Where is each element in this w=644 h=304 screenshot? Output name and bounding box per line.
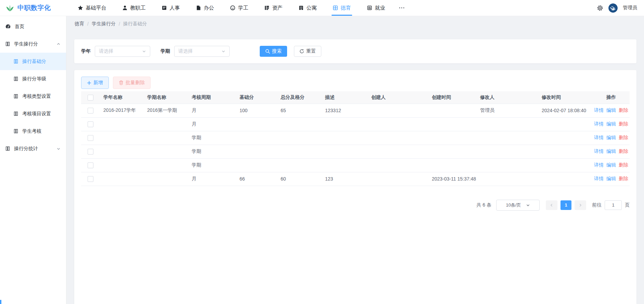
next-page-button[interactable] [575, 200, 586, 210]
trash-icon [119, 80, 124, 85]
row-action-detail[interactable]: 详情 [594, 176, 604, 181]
nav-item-3[interactable]: 人事 [154, 0, 188, 16]
nav-item-2[interactable]: 教职工 [114, 0, 154, 16]
row-checkbox[interactable] [88, 121, 93, 127]
select-all-checkbox[interactable] [88, 95, 93, 101]
row-action-delete[interactable]: 删除 [619, 121, 628, 127]
row-action-delete[interactable]: 删除 [619, 135, 628, 140]
nav-item-label: 人事 [170, 5, 180, 11]
filter-select-1[interactable]: 请选择 [95, 46, 150, 57]
row-action-edit[interactable]: 编辑 [606, 121, 616, 127]
breadcrumb-item-1[interactable]: 德育 [75, 21, 84, 27]
row-action-edit[interactable]: 编辑 [606, 135, 616, 140]
sidebar-subitem-2-4[interactable]: 考核项目设置 [0, 105, 66, 122]
table-cell: 60 [277, 172, 322, 186]
row-action-edit[interactable]: 编辑 [606, 107, 616, 113]
row-action-edit[interactable]: 编辑 [606, 162, 616, 168]
page-unit-label: 页 [625, 202, 630, 208]
sidebar-subitem-2-2[interactable]: 操行分等级 [0, 70, 66, 88]
row-action-edit[interactable]: 编辑 [606, 148, 616, 154]
table-cell: 管理员 [477, 104, 538, 117]
table-cell [144, 158, 188, 172]
ellipsis-icon [399, 5, 405, 11]
nav-item-6[interactable]: 资产 [256, 0, 291, 16]
nav-item-5[interactable]: 学工 [222, 0, 256, 16]
row-action-edit[interactable]: 编辑 [606, 176, 616, 181]
row-action-delete[interactable]: 删除 [619, 162, 628, 168]
table-cell [428, 158, 477, 172]
username[interactable]: 管理员 [623, 5, 637, 11]
row-action-delete[interactable]: 删除 [619, 148, 628, 154]
nav-item-9[interactable]: 就业 [359, 0, 393, 16]
row-action-delete[interactable]: 删除 [619, 107, 628, 113]
breadcrumb-item-2[interactable]: 学生操行分 [92, 21, 116, 27]
row-checkbox[interactable] [88, 149, 93, 155]
page-number-1[interactable]: 1 [561, 200, 571, 210]
table-cell [368, 104, 428, 117]
table-cell: 学期 [188, 131, 236, 145]
employment-icon [367, 5, 372, 11]
nav-item-1[interactable]: 基础平台 [70, 0, 114, 16]
sidebar-item-1[interactable]: 首页 [0, 18, 66, 35]
sidebar-item-2[interactable]: 学生操行分 [0, 35, 66, 53]
nav-item-8[interactable]: 德育 [325, 0, 359, 16]
star-icon [78, 5, 83, 11]
table-cell [100, 172, 144, 186]
table-cell [368, 172, 428, 186]
table-cell [100, 131, 144, 145]
sidebar-scrollbar-thumb[interactable] [0, 300, 1, 304]
app-logo[interactable]: 中职数字化 [5, 3, 51, 12]
row-checkbox[interactable] [88, 162, 93, 168]
document-icon [196, 5, 201, 11]
arrow-right-icon [578, 203, 582, 207]
batch-delete-button[interactable]: 批量删除 [113, 77, 151, 89]
avatar[interactable] [608, 3, 618, 13]
table-cell [236, 117, 277, 131]
goto-page-input[interactable] [605, 200, 622, 210]
sidebar-subitem-2-1[interactable]: 操行基础分 [0, 53, 66, 70]
select-placeholder: 请选择 [99, 48, 113, 54]
table-cell: 月 [188, 117, 236, 131]
filter-select-2[interactable]: 请选择 [174, 46, 230, 57]
row-checkbox[interactable] [88, 135, 93, 141]
search-button[interactable]: 搜索 [260, 46, 287, 57]
prev-page-button[interactable] [546, 200, 557, 210]
nav-more-button[interactable] [393, 0, 410, 16]
sidebar-subitem-2-3[interactable]: 考核类型设置 [0, 88, 66, 105]
table-cell [100, 158, 144, 172]
navbar-right: 管理员 [597, 3, 637, 13]
row-action-detail[interactable]: 详情 [594, 121, 604, 127]
row-action-detail[interactable]: 详情 [594, 135, 604, 140]
row-checkbox[interactable] [88, 176, 93, 182]
row-action-delete[interactable]: 删除 [619, 176, 628, 181]
add-button[interactable]: 新增 [81, 77, 109, 89]
table-cell [322, 145, 368, 158]
nav-item-label: 办公 [204, 5, 214, 11]
sidebar-item-label: 首页 [15, 24, 24, 30]
book-icon [13, 129, 18, 134]
sidebar-item-3[interactable]: 操行分统计 [0, 140, 66, 157]
table-cell [368, 158, 428, 172]
table-cell [277, 145, 322, 158]
nav-item-4[interactable]: 办公 [188, 0, 222, 16]
page-size-select[interactable]: 10条/页 [496, 200, 540, 211]
table-cell [428, 104, 477, 117]
reset-button[interactable]: 重置 [294, 46, 321, 57]
row-action-detail[interactable]: 详情 [594, 107, 604, 113]
sidebar-subitem-2-5[interactable]: 学生考核 [0, 122, 66, 140]
book-icon [5, 146, 10, 151]
table-row-6: 月66601232023-03-11 15:37:48详情编辑删除 [81, 172, 630, 186]
table-cell [538, 117, 593, 131]
row-action-detail[interactable]: 详情 [594, 162, 604, 168]
gear-icon[interactable] [597, 5, 603, 11]
row-action-detail[interactable]: 详情 [594, 148, 604, 154]
nav-item-label: 资产 [272, 5, 283, 11]
pager: 1 [546, 200, 586, 210]
goto-label: 前往 [592, 202, 602, 208]
table-cell [144, 145, 188, 158]
table-cell [538, 172, 593, 186]
nav-item-7[interactable]: 公寓 [291, 0, 325, 16]
nav-item-label: 公寓 [307, 5, 317, 11]
table-cell [368, 117, 428, 131]
row-checkbox[interactable] [88, 108, 93, 114]
